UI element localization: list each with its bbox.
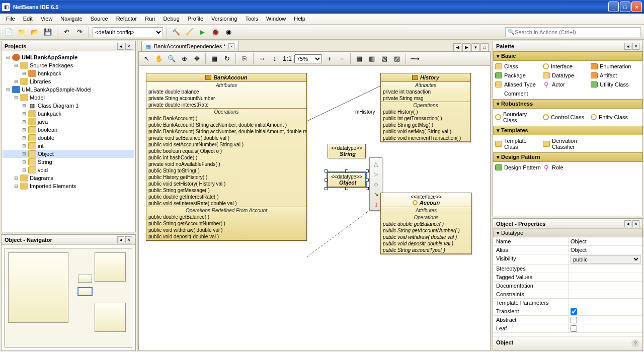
palette-item[interactable]: Derivation Classifier — [542, 136, 590, 151]
panel-close-icon[interactable]: × — [125, 43, 132, 50]
palette-item[interactable]: Comment — [494, 89, 542, 98]
uml-member[interactable]: private String msg — [381, 95, 470, 102]
datatype-string[interactable]: <<datatype>> String — [328, 144, 366, 158]
uml-member[interactable]: public BankAccount( ) — [146, 115, 306, 122]
pan-tool-icon[interactable]: ✋ — [153, 53, 165, 64]
panel-minimize-icon[interactable]: ◂ — [117, 236, 124, 243]
profile-icon[interactable]: ◉ — [223, 27, 234, 38]
property-value[interactable]: Object — [571, 238, 587, 244]
uml-member[interactable]: public void setMsg( String val ) — [381, 128, 470, 135]
menu-debug[interactable]: Debug — [159, 14, 183, 24]
uml-member[interactable]: public double getInterestRate( ) — [146, 194, 306, 200]
fit-height-icon[interactable]: ↕ — [269, 53, 280, 64]
tree-node[interactable]: ⊞Libraries — [3, 77, 134, 85]
property-checkbox[interactable] — [571, 325, 577, 332]
tree-node[interactable]: ⊞Object — [3, 150, 134, 158]
tab-next-icon[interactable]: ▶ — [462, 43, 470, 51]
uml-member[interactable]: public void deposit( double val ) — [146, 233, 306, 240]
palette-item[interactable]: Boundary Class — [494, 110, 542, 125]
uml-member[interactable]: public String accountType( ) — [381, 247, 471, 253]
uml-member[interactable]: public boolean equals( Object o ) — [146, 148, 306, 154]
search-actions[interactable]: 🔍 — [505, 27, 641, 37]
export-icon[interactable]: ⎘ — [239, 53, 250, 64]
palette-dependency-icon[interactable]: ↘ — [371, 190, 380, 199]
navigator-thumbnail[interactable] — [5, 248, 132, 347]
uml-member[interactable]: public String getAccountNumber( ) — [146, 220, 306, 227]
palette-item[interactable]: Artifact — [590, 71, 637, 80]
panel-minimize-icon[interactable]: ◂ — [624, 220, 631, 227]
help-icon[interactable]: ? — [631, 339, 639, 347]
palette-association-icon[interactable]: ▷ — [371, 169, 380, 179]
tree-node[interactable]: ⊟UMLBankAppSample — [3, 53, 134, 61]
diagram-canvas[interactable]: mHistory BankAccoun Attributesprivate do… — [139, 66, 490, 350]
config-select[interactable]: <default config> — [93, 27, 163, 37]
uml-member[interactable]: private double interestRate — [146, 102, 306, 108]
uml-member[interactable]: public void withdraw( double val ) — [146, 227, 306, 233]
tree-node[interactable]: ⊞double — [3, 134, 134, 142]
run-icon[interactable]: ▶ — [197, 27, 208, 38]
property-checkbox[interactable] — [571, 317, 577, 323]
move-icon[interactable]: ✥ — [191, 53, 202, 64]
palette-group[interactable]: ▾ Basic — [493, 51, 642, 61]
actual-size-icon[interactable]: 1:1 — [282, 53, 293, 64]
relation-icon[interactable]: ⟿ — [409, 53, 420, 64]
palette-item[interactable]: ⚲Actor — [542, 80, 590, 89]
palette-item[interactable]: Entity Class — [590, 110, 637, 125]
interface-account[interactable]: <<interface>> Accoun Attributes Operatio… — [380, 193, 472, 254]
palette-item[interactable]: Design Pattern — [494, 163, 542, 172]
panel-close-icon[interactable]: × — [632, 220, 639, 227]
clean-build-icon[interactable]: 🧹 — [184, 27, 195, 38]
panel-minimize-icon[interactable]: ◂ — [117, 43, 124, 50]
uml-member[interactable]: public History getHistory( ) — [146, 174, 306, 181]
palette-group[interactable]: ▾ Robustness — [493, 99, 642, 109]
uml-member[interactable]: public int getTransaction( ) — [381, 115, 470, 122]
uml-member[interactable]: private String accountNumber — [146, 95, 306, 102]
palette-item[interactable]: Datatype — [542, 71, 590, 80]
uml-member[interactable]: public History( ) — [381, 109, 470, 115]
uml-member[interactable]: public double getBalance( ) — [146, 214, 306, 220]
maximize-button[interactable]: □ — [620, 2, 630, 12]
palette-delete-icon[interactable]: ▯ — [371, 200, 380, 209]
tab-bankaccount-dependencies[interactable]: ▦ BankAccountDependencies * × — [141, 41, 239, 51]
panel-close-icon[interactable]: × — [632, 43, 639, 50]
tab-maximize-icon[interactable]: □ — [480, 43, 489, 51]
tree-node[interactable]: ⊞Imported Elements — [3, 182, 134, 190]
open-icon[interactable]: 📂 — [29, 27, 40, 38]
uml-member[interactable]: public void incrementTransaction( ) — [381, 135, 470, 141]
panel-close-icon[interactable]: × — [125, 236, 132, 243]
palette-group[interactable]: ▾ Design Pattern — [493, 152, 642, 162]
uml-member[interactable]: public void withdraw( double val ) — [381, 234, 471, 240]
menu-refactor[interactable]: Refactor — [112, 14, 141, 24]
search-input[interactable] — [515, 29, 638, 35]
uml-member[interactable]: private double balance — [146, 89, 306, 95]
uml-member[interactable]: public BankAccount( String accNumber, do… — [146, 122, 306, 128]
zoom-area-icon[interactable]: 🔍 — [166, 53, 177, 64]
zoom-fit-icon[interactable]: ⊕ — [179, 53, 190, 64]
new-file-icon[interactable]: 📄 — [3, 27, 14, 38]
tree-node[interactable]: ⊞bankpack — [3, 69, 134, 77]
uml-member[interactable]: public void setInterestRate( double val … — [146, 200, 306, 207]
menu-navigate[interactable]: Navigate — [56, 14, 86, 24]
property-checkbox[interactable] — [571, 308, 577, 315]
palette-aggregation-icon[interactable]: ◇ — [371, 180, 380, 189]
tree-node[interactable]: ⊞▦Class Diagram 1 — [3, 102, 134, 110]
align2-icon[interactable]: ▥ — [366, 53, 377, 64]
tab-prev-icon[interactable]: ◀ — [453, 43, 461, 51]
class-bankaccount[interactable]: BankAccoun Attributesprivate double bala… — [146, 73, 307, 241]
menu-help[interactable]: Help — [290, 14, 309, 24]
menu-edit[interactable]: Edit — [19, 14, 37, 24]
select-tool-icon[interactable]: ↖ — [141, 53, 152, 64]
fit-width-icon[interactable]: ↔ — [257, 53, 268, 64]
uml-member[interactable]: public void setHistory( History val ) — [146, 181, 306, 187]
uml-member[interactable]: public String getMsg( ) — [381, 122, 470, 128]
redo-icon[interactable]: ↷ — [74, 27, 85, 38]
uml-member[interactable]: private void noAvailableFunds( ) — [146, 161, 306, 167]
refresh-icon[interactable]: ↻ — [221, 53, 232, 64]
menu-source[interactable]: Source — [87, 14, 112, 24]
palette-item[interactable]: Control Class — [542, 110, 590, 125]
projects-tree[interactable]: ⊟UMLBankAppSample⊟Source Packages⊞bankpa… — [2, 51, 135, 232]
uml-member[interactable]: public double getBalance( ) — [381, 221, 471, 227]
palette-group[interactable]: ▾ Templates — [493, 126, 642, 135]
palette-item[interactable]: Aliased Type — [494, 80, 542, 89]
uml-member[interactable]: private int transaction — [381, 89, 470, 95]
